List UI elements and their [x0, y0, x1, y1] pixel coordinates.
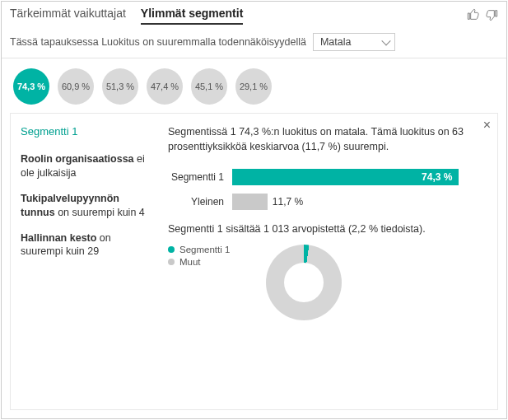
segment-bubble-1[interactable]: 74,3 % — [13, 68, 49, 105]
donut-legend: Segmentti 1 Muut — [168, 245, 230, 269]
thumbs-down-icon[interactable] — [485, 8, 498, 24]
tab-top-segments[interactable]: Ylimmät segmentit — [141, 7, 243, 25]
legend-label-segment: Segmentti 1 — [179, 245, 230, 254]
bar-label-segment: Segmentti 1 — [168, 171, 232, 183]
segment-conditions-pane: Segmentti 1 Roolin organisaatiossa ei ol… — [11, 114, 155, 409]
bar-fill-segment: 74,3 % — [232, 169, 459, 185]
points-text: Segmentti 1 sisältää 1 013 arvopistettä … — [168, 223, 484, 235]
condition-3: Hallinnan kesto on suurempi kuin 29 — [21, 231, 145, 259]
tab-key-influencers[interactable]: Tärkeimmät vaikuttajat — [10, 7, 126, 25]
segment-bubble-4[interactable]: 47,4 % — [147, 68, 183, 105]
segment-summary: Segmentissä 1 74,3 %:n luokitus on matal… — [168, 125, 484, 154]
legend-dot-other — [168, 259, 175, 265]
segment-bubble-3[interactable]: 51,3 % — [102, 68, 138, 105]
bar-label-overall: Yleinen — [168, 196, 232, 208]
segment-bubbles: 74,3 % 60,9 % 51,3 % 47,4 % 45,1 % 29,1 … — [2, 58, 506, 113]
bar-fill-overall: 11,7 % — [232, 194, 268, 210]
legend-label-other: Muut — [179, 257, 201, 267]
target-dropdown[interactable]: Matala — [313, 33, 395, 51]
close-icon[interactable]: × — [483, 119, 491, 132]
segment-title: Segmentti 1 — [21, 125, 145, 138]
condition-2: Tukipalvelupyynnön tunnus on suurempi ku… — [21, 192, 145, 220]
donut-chart — [266, 245, 342, 320]
thumbs-up-icon[interactable] — [467, 8, 480, 24]
condition-1: Roolin organisaatiossa ei ole julkaisija — [21, 152, 145, 180]
segment-bubble-5[interactable]: 45,1 % — [191, 68, 227, 105]
sub-sentence: Tässä tapauksessa Luokitus on suuremmall… — [10, 36, 306, 48]
segment-detail-pane: × Segmentissä 1 74,3 %:n luokitus on mat… — [155, 114, 497, 409]
legend-dot-segment — [168, 246, 175, 253]
segment-bubble-2[interactable]: 60,9 % — [58, 68, 94, 105]
bar-row-overall: Yleinen 11,7 % — [168, 194, 484, 210]
bar-row-segment: Segmentti 1 74,3 % — [168, 169, 484, 185]
segment-bubble-6[interactable]: 29,1 % — [235, 68, 272, 105]
